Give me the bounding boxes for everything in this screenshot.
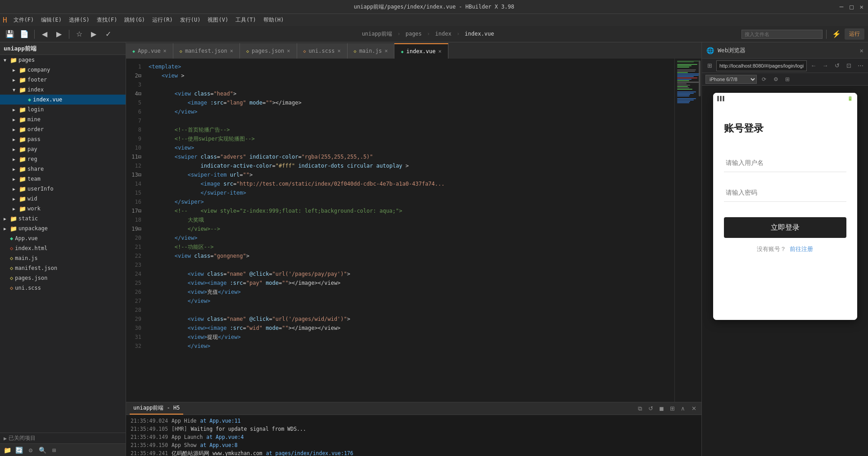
menu-run[interactable]: 运行(R) [149,14,176,26]
sidebar-item-work[interactable]: ▶ 📁 work [0,204,126,214]
browser-close-button[interactable]: ✕ [860,47,863,54]
sidebar-item-manifest-json[interactable]: ◇ manifest.json [0,263,126,273]
sidebar-item-userinfo[interactable]: ▶ 📁 userInfo [0,184,126,194]
ln-4[interactable]: 4⊟ [126,89,141,98]
breadcrumb-index[interactable]: index [435,31,452,37]
menu-publish[interactable]: 发行(U) [176,14,204,26]
sidebar-item-company[interactable]: ▶ 📁 company [0,65,126,75]
console-tab-h5[interactable]: uniapp前端 - H5 [130,402,183,415]
sidebar-item-wid[interactable]: ▶ 📁 wid [0,194,126,204]
menu-help[interactable]: 帮助(H) [260,14,288,26]
browser-new-tab-btn[interactable]: ⊞ [705,61,714,71]
menu-view[interactable]: 视图(V) [204,14,232,26]
browser-forward-btn[interactable]: → [820,61,830,71]
tab-close-manifest[interactable]: × [230,48,233,54]
tab-uni-scss[interactable]: ◇ uni.scss × [297,43,348,59]
ln-11[interactable]: 11⊟ [126,152,141,161]
sidebar-item-uni-scss[interactable]: ◇ uni.scss [0,283,126,293]
ln-2[interactable]: 2⊟ [126,71,141,80]
sidebar-item-mine[interactable]: ▶ 📁 mine [0,114,126,124]
menu-file[interactable]: 文件(F) [10,14,38,26]
browser-stop-btn[interactable]: ⊡ [844,61,854,71]
tab-close-scss[interactable]: × [337,48,340,54]
device-rotate-btn[interactable]: ⟳ [760,75,769,84]
sidebar-item-pay[interactable]: ▶ 📁 pay [0,144,126,154]
sidebar-item-index-vue[interactable]: ◆ index.vue [0,95,126,105]
search-sidebar-btn[interactable]: 🔍 [38,446,47,455]
browser-back-btn[interactable]: ← [809,61,818,71]
bookmark-button[interactable]: ☆ [73,28,86,41]
run-config-button[interactable]: ▶ [87,28,100,41]
settings-btn[interactable]: ⚙ [26,446,35,455]
run-label-button[interactable]: 运行 [845,28,864,40]
sidebar-item-pages[interactable]: ▼ 📁 pages [0,55,126,65]
log-link-5[interactable]: at pages/index/index.vue:176 [266,449,353,456]
console-refresh-btn[interactable]: ↺ [646,405,655,413]
log-link-1[interactable]: at App.vue:11 [200,417,240,425]
sidebar-item-reg[interactable]: ▶ 📁 reg [0,154,126,164]
tab-index-vue[interactable]: ◆ index.vue × [394,43,448,59]
console-close-btn[interactable]: ✕ [690,405,698,413]
device-settings-btn[interactable]: ⚙ [771,75,780,84]
tab-manifest-json[interactable]: ◇ manifest.json × [173,43,240,59]
back-button[interactable]: ◀ [38,28,51,41]
tab-pages-json[interactable]: ◇ pages.json × [240,43,297,59]
terminal-btn[interactable]: ⊞ [50,446,59,455]
tab-main-js[interactable]: ◇ main.js × [348,43,395,59]
sidebar-item-app-vue[interactable]: ◆ App.vue [0,233,126,243]
sidebar-item-unpackage[interactable]: ▶ 📁 unpackage [0,223,126,233]
menu-find[interactable]: 查找(F) [93,14,121,26]
sidebar-item-index[interactable]: ▼ 📁 index [0,85,126,95]
new-folder-btn[interactable]: 📁 [3,446,12,455]
console-stop-btn[interactable]: ◼ [657,405,665,413]
sidebar-item-main-js[interactable]: ◇ main.js [0,253,126,263]
browser-url-input[interactable] [716,60,807,71]
menu-select[interactable]: 选择(S) [65,14,93,26]
console-collapse-btn[interactable]: ∧ [679,405,687,413]
login-username-input[interactable] [724,153,846,172]
register-link[interactable]: 前往注册 [790,246,813,252]
filter-button[interactable]: ⚡ [830,28,843,41]
close-btn[interactable]: ✕ [860,3,863,10]
sidebar-item-order[interactable]: ▶ 📁 order [0,124,126,134]
refresh-btn[interactable]: 🔄 [14,446,23,455]
sidebar-item-team[interactable]: ▶ 📁 team [0,174,126,184]
save-button[interactable]: 💾 [4,28,16,41]
menu-edit[interactable]: 编辑(E) [37,14,65,26]
console-copy-btn[interactable]: ⧉ [636,405,644,413]
sidebar-item-pass[interactable]: ▶ 📁 pass [0,134,126,144]
log-link-4[interactable]: at App.vue:8 [200,441,237,449]
ln-19[interactable]: 19⊟ [126,224,141,233]
tab-close-main-js[interactable]: × [384,48,388,54]
sidebar-item-static[interactable]: ▶ 📁 static [0,214,126,223]
new-file-button[interactable]: 📄 [18,28,31,41]
tab-close-pages[interactable]: × [287,48,290,54]
ln-13[interactable]: 13⊟ [126,170,141,179]
sidebar-item-login[interactable]: ▶ 📁 login [0,105,126,114]
sidebar-item-footer[interactable]: ▶ 📁 footer [0,75,126,85]
console-expand-btn[interactable]: ⊞ [668,405,676,413]
sidebar-item-share[interactable]: ▶ 📁 share [0,164,126,174]
menu-goto[interactable]: 跳转(G) [121,14,149,26]
sidebar-tree[interactable]: ▼ 📁 pages ▶ 📁 company ▶ 📁 footer ▼ 📁 ind… [0,55,126,433]
ln-17[interactable]: 17⊟ [126,206,141,215]
log-link-3[interactable]: at App.vue:4 [206,433,244,441]
device-selector[interactable]: iPhone 6/7/8 iPhone X Samsung Galaxy [705,75,757,84]
closed-projects[interactable]: ▶ 已关闭项目 [0,433,126,443]
breadcrumb-project[interactable]: uniapp前端 [362,31,392,37]
browser-more-btn[interactable]: ⋯ [855,61,865,71]
login-submit-button[interactable]: 立即登录 [724,217,846,238]
forward-button[interactable]: ▶ [53,28,65,41]
login-password-input[interactable] [724,183,846,202]
code-editor[interactable]: <template> <view > <view class="head"> <… [145,59,674,402]
tab-close-app-vue[interactable]: × [163,48,167,54]
tab-app-vue[interactable]: ◆ App.vue × [126,43,173,59]
tab-close-index-vue[interactable]: × [439,48,442,55]
menu-tools[interactable]: 工具(T) [232,14,260,26]
browser-reload-btn[interactable]: ↺ [832,61,842,71]
validate-button[interactable]: ✓ [102,28,114,41]
minimize-btn[interactable]: ─ [840,3,843,10]
sidebar-item-index-html[interactable]: ◇ index.html [0,243,126,253]
sidebar-item-pages-json[interactable]: ◇ pages.json [0,273,126,283]
device-fullscreen-btn[interactable]: ⊞ [783,75,792,84]
